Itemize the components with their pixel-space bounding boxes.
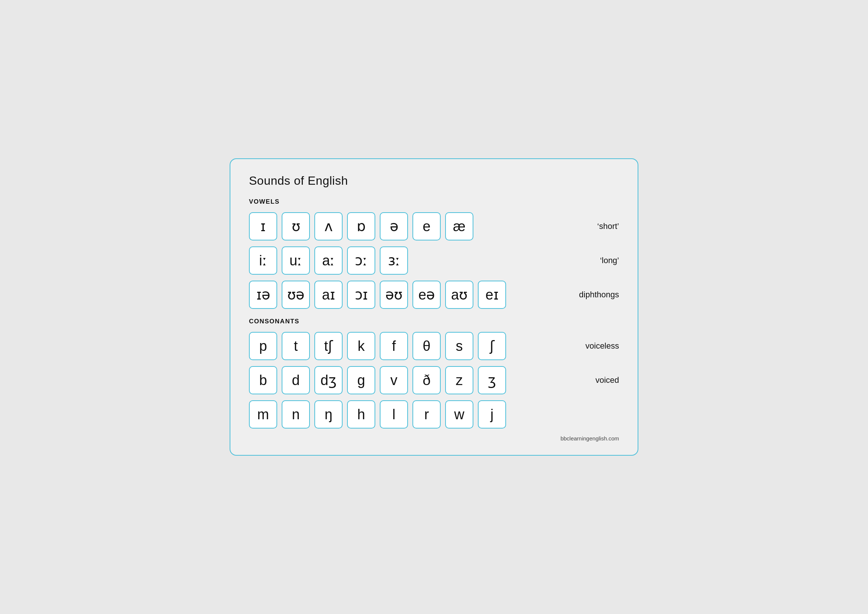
symbol-ʊə: ʊə [282, 281, 310, 309]
symbol-olong: ɔː [347, 247, 375, 274]
long-label: ‘long’ [600, 256, 619, 265]
symbol-əʊ: əʊ [380, 281, 408, 309]
symbol-ŋ: ŋ [315, 400, 343, 428]
symbol-ɪ: ɪ [249, 212, 277, 240]
symbol-f: f [380, 332, 408, 360]
symbol-ɔɪ: ɔɪ [347, 281, 375, 309]
diphthongs-row: ɪə ʊə aɪ ɔɪ əʊ eə aʊ eɪ diphthongs [249, 281, 619, 309]
symbol-j: j [478, 400, 506, 428]
voiced-row: b d dʒ g v ð z ʒ voiced [249, 366, 619, 394]
symbol-l: l [380, 400, 408, 428]
consonants-section: CONSONANTS p t tʃ k f θ s ʃ voiceless b … [249, 318, 619, 428]
short-vowels-row: ɪ ʊ ʌ ɒ ə e æ ‘short’ [249, 212, 619, 240]
symbol-elong: ɜː [380, 247, 408, 274]
symbol-m: m [249, 400, 277, 428]
symbol-ə: ə [380, 212, 408, 240]
consonants-label: CONSONANTS [249, 318, 619, 325]
symbol-s: s [445, 332, 473, 360]
main-card: Sounds of English VOWELS ɪ ʊ ʌ ɒ ə e æ ‘… [229, 158, 639, 456]
symbol-e: e [412, 212, 441, 240]
voiceless-label: voiceless [586, 341, 619, 351]
short-label: ‘short’ [597, 222, 619, 231]
symbol-n: n [282, 400, 310, 428]
symbol-dʒ: dʒ [315, 366, 343, 394]
symbol-h: h [347, 400, 375, 428]
vowels-label: VOWELS [249, 198, 619, 206]
symbol-ɒ: ɒ [347, 212, 375, 240]
symbol-iə: ɪə [249, 281, 277, 309]
symbol-p: p [249, 332, 277, 360]
symbol-ʒ: ʒ [478, 366, 506, 394]
other-consonants-row: m n ŋ h l r w j [249, 400, 619, 428]
symbol-k: k [347, 332, 375, 360]
symbol-ʌ: ʌ [315, 212, 343, 240]
symbol-z: z [445, 366, 473, 394]
symbol-b: b [249, 366, 277, 394]
diphthongs-label: diphthongs [579, 290, 619, 299]
symbol-ʃ: ʃ [478, 332, 506, 360]
voiceless-row: p t tʃ k f θ s ʃ voiceless [249, 332, 619, 360]
symbol-eə: eə [412, 281, 441, 309]
symbol-aʊ: aʊ [445, 281, 473, 309]
symbol-r: r [412, 400, 441, 428]
symbol-eɪ: eɪ [478, 281, 506, 309]
symbol-along: aː [315, 247, 343, 274]
symbol-g: g [347, 366, 375, 394]
symbol-ð: ð [412, 366, 441, 394]
symbol-ae: æ [445, 212, 473, 240]
symbol-d: d [282, 366, 310, 394]
symbol-w: w [445, 400, 473, 428]
symbol-t: t [282, 332, 310, 360]
vowels-section: VOWELS ɪ ʊ ʌ ɒ ə e æ ‘short’ iː uː aː ɔː… [249, 198, 619, 309]
footer-text: bbclearningenglish.com [249, 435, 619, 442]
page-title: Sounds of English [249, 174, 619, 188]
symbol-tʃ: tʃ [315, 332, 343, 360]
symbol-θ: θ [412, 332, 441, 360]
voiced-label: voiced [595, 375, 619, 385]
symbol-v: v [380, 366, 408, 394]
symbol-ulong: uː [282, 247, 310, 274]
long-vowels-row: iː uː aː ɔː ɜː ‘long’ [249, 247, 619, 274]
symbol-aɪ: aɪ [315, 281, 343, 309]
symbol-ʊ: ʊ [282, 212, 310, 240]
symbol-ilong: iː [249, 247, 277, 274]
